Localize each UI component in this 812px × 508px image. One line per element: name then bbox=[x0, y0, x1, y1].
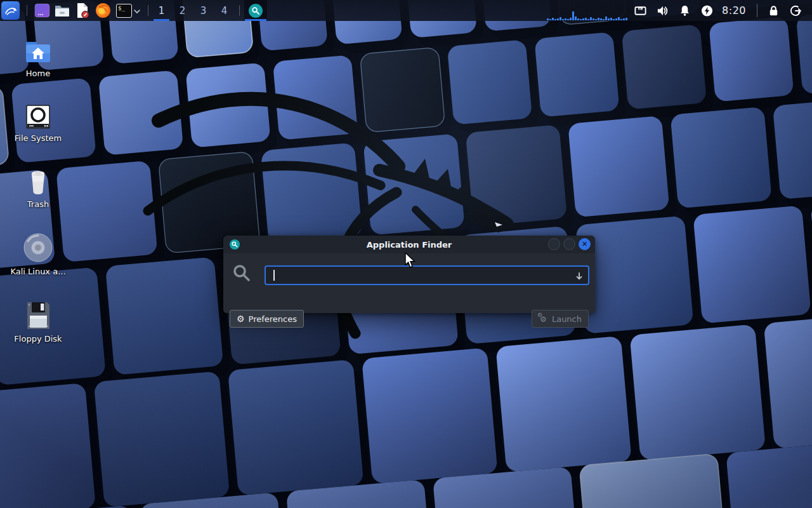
panel-separator bbox=[27, 5, 27, 16]
cpu-bar bbox=[590, 17, 592, 20]
cpu-bar bbox=[575, 17, 577, 20]
chevron-down-icon[interactable] bbox=[133, 4, 143, 17]
text-editor-icon bbox=[75, 3, 91, 19]
desktop-icon-label: Floppy Disk bbox=[14, 334, 62, 344]
cpu-bar bbox=[625, 18, 627, 20]
cpu-bar bbox=[565, 18, 566, 20]
top-panel: $_ 1 2 3 4 bbox=[0, 0, 812, 21]
desktop-icon-label: File System bbox=[15, 133, 62, 143]
cpu-bar bbox=[577, 18, 579, 20]
cpu-bar bbox=[587, 19, 589, 20]
app-finder-icon bbox=[230, 239, 240, 252]
cpu-bar bbox=[552, 18, 554, 20]
cpu-bar bbox=[593, 18, 594, 20]
cpu-bar bbox=[603, 19, 605, 20]
workspace-button-1[interactable]: 1 bbox=[153, 0, 170, 21]
cpu-bar bbox=[572, 11, 574, 20]
launch-button[interactable]: ⚙⚙ Launch bbox=[532, 310, 589, 328]
applications-menu-button[interactable] bbox=[0, 0, 22, 21]
panel-separator bbox=[239, 5, 240, 16]
desktop-icon-label: Trash bbox=[27, 199, 49, 209]
cpu-bar bbox=[623, 18, 625, 20]
cpu-bar bbox=[618, 17, 620, 20]
lock-icon[interactable] bbox=[767, 4, 780, 17]
hard-drive-icon bbox=[25, 100, 51, 130]
cpu-bar bbox=[595, 19, 597, 20]
cpu-bar bbox=[557, 18, 559, 20]
cpu-bar bbox=[615, 18, 617, 20]
cpu-bar bbox=[610, 18, 612, 20]
workspace-button-2[interactable]: 2 bbox=[174, 0, 191, 21]
cd-disc-icon bbox=[23, 234, 53, 263]
home-folder-icon bbox=[24, 36, 52, 65]
desktop-icon-floppy-disk[interactable]: Floppy Disk bbox=[8, 301, 69, 344]
cpu-bar bbox=[608, 18, 610, 20]
network-icon[interactable] bbox=[634, 4, 647, 17]
minimize-button[interactable] bbox=[548, 238, 560, 250]
cpu-bar bbox=[570, 18, 572, 20]
cpu-load-graph[interactable] bbox=[546, 0, 629, 21]
firefox-icon bbox=[95, 3, 111, 18]
application-finder-window: Application Finder ✕ ⚙ Prefere bbox=[223, 236, 595, 313]
cpu-bar bbox=[600, 18, 602, 20]
cpu-bar bbox=[562, 19, 564, 20]
launcher-terminal[interactable]: $_ bbox=[116, 0, 143, 21]
launcher-file-manager[interactable] bbox=[52, 0, 72, 21]
desktop-screen: Home File System Trash bbox=[0, 0, 812, 508]
launch-label: Launch bbox=[552, 314, 582, 324]
panel-separator bbox=[148, 5, 148, 16]
preferences-label: Preferences bbox=[249, 314, 297, 324]
cpu-bar bbox=[560, 17, 561, 20]
workspace-label: 2 bbox=[180, 5, 186, 17]
panel-separator bbox=[757, 4, 757, 17]
workspace-label: 4 bbox=[221, 5, 228, 17]
power-manager-icon[interactable] bbox=[700, 4, 714, 17]
volume-icon[interactable] bbox=[656, 4, 669, 17]
desktop-app-icon bbox=[34, 3, 50, 18]
logout-icon[interactable] bbox=[789, 4, 802, 17]
workspace-button-4[interactable]: 4 bbox=[216, 0, 233, 21]
panel-clock[interactable]: 8:20 bbox=[722, 4, 746, 17]
gears-icon: ⚙⚙ bbox=[539, 314, 548, 324]
desktop-icon-trash[interactable]: Trash bbox=[8, 166, 69, 209]
dialog-body: ⚙ Preferences ⚙⚙ Launch bbox=[223, 253, 595, 313]
trash-icon bbox=[24, 166, 52, 196]
search-field bbox=[265, 265, 589, 285]
cpu-bar bbox=[613, 19, 615, 20]
cpu-bar bbox=[567, 19, 569, 20]
workspace-button-3[interactable]: 3 bbox=[195, 0, 212, 21]
desktop-icon-kali-linux[interactable]: Kali Linux a... bbox=[8, 234, 69, 276]
floppy-disk-icon bbox=[24, 301, 52, 330]
gear-icon: ⚙ bbox=[237, 314, 245, 323]
notifications-icon[interactable] bbox=[678, 4, 691, 17]
window-title: Application Finder bbox=[223, 240, 595, 250]
cpu-bar bbox=[585, 18, 587, 20]
kali-menu-icon bbox=[1, 1, 20, 20]
cpu-bar bbox=[598, 18, 599, 20]
close-icon: ✕ bbox=[582, 240, 587, 248]
cpu-bar bbox=[554, 19, 556, 20]
launcher-firefox[interactable] bbox=[93, 0, 113, 21]
window-titlebar[interactable]: Application Finder ✕ bbox=[223, 236, 595, 253]
cpu-bar bbox=[620, 19, 622, 20]
cpu-bar bbox=[605, 17, 607, 20]
workspace-label: 1 bbox=[159, 5, 165, 17]
maximize-button[interactable] bbox=[563, 238, 575, 250]
launcher-text-editor[interactable] bbox=[72, 0, 93, 21]
desktop-icon-label: Home bbox=[26, 69, 50, 78]
cpu-bar bbox=[547, 18, 549, 20]
close-button[interactable]: ✕ bbox=[579, 238, 591, 250]
desktop-icon-file-system[interactable]: File System bbox=[8, 100, 69, 143]
search-input[interactable] bbox=[266, 267, 588, 284]
app-finder-panel-button[interactable] bbox=[244, 0, 267, 21]
workspace-label: 3 bbox=[200, 5, 207, 17]
cpu-bar bbox=[580, 19, 582, 20]
launcher-desktop-app[interactable] bbox=[32, 0, 52, 21]
app-finder-icon bbox=[249, 4, 263, 18]
file-manager-icon bbox=[54, 3, 70, 18]
text-caret bbox=[273, 270, 275, 281]
arrow-down-icon[interactable] bbox=[575, 271, 584, 283]
terminal-icon: $_ bbox=[116, 4, 132, 18]
desktop-icon-home[interactable]: Home bbox=[8, 36, 69, 78]
preferences-button[interactable]: ⚙ Preferences bbox=[230, 310, 304, 328]
